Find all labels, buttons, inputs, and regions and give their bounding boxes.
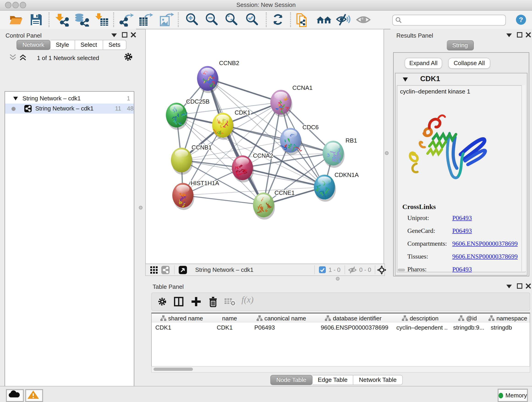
control-panel-tabs: Network Style Select Sets — [17, 40, 127, 50]
column-header-description[interactable]: description — [391, 313, 450, 323]
string-network-graph[interactable]: CCNB2CCNA1CDC25BCDK1CDC6RB1CCNB1CCNA2CDK… — [146, 29, 384, 264]
close-panel-icon[interactable] — [131, 32, 136, 38]
column-header-at-id[interactable]: @id — [449, 313, 487, 323]
column-header-database-identifier[interactable]: database identifier — [315, 313, 392, 323]
tab-network[interactable]: Network — [17, 40, 50, 50]
left-splitter-handle[interactable] — [139, 206, 143, 210]
help-icon[interactable]: ? — [515, 14, 530, 28]
expand-all-button[interactable]: Expand All — [405, 58, 442, 69]
float-window-icon[interactable] — [122, 32, 127, 38]
zoom-out-icon[interactable] — [205, 13, 220, 27]
selected-checkbox-icon[interactable] — [319, 266, 326, 273]
close-panel-icon[interactable] — [526, 283, 531, 289]
warnings-button[interactable] — [25, 389, 43, 402]
grid-view-icon[interactable] — [150, 266, 158, 274]
table-cell-name[interactable]: CDK1 — [217, 323, 246, 332]
vertical-scrollbar-track[interactable] — [521, 85, 526, 271]
float-menu-icon[interactable] — [111, 33, 117, 38]
network-options-gear-icon[interactable] — [124, 52, 133, 61]
tab-style[interactable]: Style — [50, 40, 75, 50]
collection-expander-icon[interactable] — [13, 97, 18, 100]
import-table-from-file-icon[interactable] — [94, 13, 109, 27]
window-minimize-button[interactable] — [12, 2, 19, 8]
right-splitter-handle[interactable] — [385, 151, 389, 155]
network-row[interactable]: String Network – cdk1 11 48 — [5, 104, 134, 114]
bottom-splitter-handle[interactable] — [336, 277, 340, 281]
float-menu-icon[interactable] — [506, 285, 512, 289]
table-cell-database-identifier[interactable]: 9606.ENSP00000378699 — [321, 323, 390, 332]
refresh-icon[interactable] — [271, 13, 286, 27]
network-share-icon[interactable] — [161, 266, 170, 274]
tab-string[interactable]: String — [447, 40, 474, 51]
network-canvas[interactable]: CCNB2CCNA1CDC25BCDK1CDC6RB1CCNB1CCNA2CDK… — [145, 29, 384, 264]
save-session-icon[interactable] — [29, 13, 44, 27]
column-header-namespace[interactable]: namespace — [486, 313, 530, 323]
network-node-CDC6[interactable]: CDC6 — [280, 124, 319, 155]
scrollbar-thumb[interactable] — [153, 368, 193, 371]
float-menu-icon[interactable] — [506, 33, 512, 38]
node-table[interactable]: shared name name canonical name database… — [151, 313, 530, 367]
network-node-RB1[interactable]: RB1 — [323, 137, 357, 168]
tab-network-table[interactable]: Network Table — [354, 375, 403, 385]
crosslink-genecard-link[interactable]: P06493 — [452, 227, 472, 235]
tab-edge-table[interactable]: Edge Table — [312, 375, 354, 385]
network-node-CCNE1[interactable]: CCNE1 — [253, 189, 295, 220]
network-node-CDKN1A[interactable]: CDKN1A — [314, 172, 359, 202]
crosslink-compartments-link[interactable]: 9606.ENSP00000378699 — [452, 240, 518, 248]
network-node-CDK1[interactable]: CDK1 — [212, 109, 250, 140]
crosslink-uniprot-link[interactable]: P06493 — [452, 215, 472, 222]
table-cell-shared-name[interactable]: CDK1 — [155, 323, 210, 332]
hide-selected-eye-slash-icon[interactable] — [336, 13, 351, 27]
gene-expander-icon[interactable] — [403, 77, 408, 82]
import-network-from-file-icon[interactable] — [55, 13, 69, 27]
show-graphics-details-eye-icon[interactable] — [356, 13, 371, 27]
warning-icon — [26, 390, 40, 399]
birdseye-view-icon[interactable] — [179, 266, 187, 274]
zoom-selected-icon[interactable] — [245, 13, 260, 27]
memory-button[interactable]: Memory — [498, 389, 528, 402]
horizontal-scrollbar-thumb[interactable] — [398, 269, 405, 271]
column-header-shared-name[interactable]: shared name — [152, 313, 212, 323]
table-cell-canonical-name[interactable]: P06493 — [254, 323, 314, 332]
float-window-icon[interactable] — [517, 32, 522, 38]
show-columns-icon[interactable] — [174, 297, 184, 307]
hidden-eye-slash-icon — [348, 266, 356, 274]
close-panel-icon[interactable] — [526, 32, 531, 38]
crosslink-pharos-link[interactable]: P06493 — [452, 266, 472, 273]
export-network-icon[interactable] — [119, 13, 133, 27]
open-file-icon[interactable] — [9, 13, 23, 27]
crosslink-tissues-link[interactable]: 9606.ENSP00000378699 — [452, 253, 518, 260]
tab-node-table[interactable]: Node Table — [270, 375, 312, 385]
zoom-in-icon[interactable] — [185, 13, 200, 27]
column-header-canonical-name[interactable]: canonical name — [247, 313, 316, 323]
function-builder-icon[interactable]: f(x) — [241, 295, 254, 305]
create-column-plus-icon[interactable] — [191, 297, 201, 307]
column-header-name[interactable]: name — [212, 313, 248, 323]
tab-select[interactable]: Select — [75, 40, 103, 50]
search-field[interactable] — [392, 15, 506, 26]
delete-table-icon[interactable] — [224, 297, 236, 306]
export-table-icon[interactable] — [138, 13, 152, 27]
network-collection-row[interactable]: String Network – cdk1 1 — [5, 94, 134, 104]
pan-crosshair-icon[interactable] — [377, 265, 386, 274]
table-cell-namespace[interactable]: stringdb — [491, 323, 528, 332]
network-node-CCNB1[interactable]: CCNB1 — [171, 144, 212, 175]
import-network-from-database-icon[interactable] — [73, 13, 88, 27]
network-node-HIST1H1A[interactable]: HIST1H1A — [172, 180, 219, 210]
table-cell-at-id[interactable]: stringdb:9... — [453, 323, 485, 332]
show-all-houses-icon[interactable] — [316, 13, 331, 27]
table-options-gear-icon[interactable] — [158, 297, 167, 306]
window-close-button[interactable] — [5, 2, 12, 8]
tab-sets[interactable]: Sets — [103, 40, 126, 50]
float-window-icon[interactable] — [517, 283, 522, 289]
search-input[interactable] — [404, 16, 504, 25]
zoom-fit-icon[interactable] — [225, 13, 239, 27]
string-protein-query-icon[interactable] — [296, 13, 310, 27]
export-image-icon[interactable] — [158, 13, 173, 27]
table-cell-description[interactable]: cyclin–dependent ... — [396, 323, 448, 332]
delete-column-trash-icon[interactable] — [208, 296, 219, 307]
collapse-all-button[interactable]: Collapse All — [448, 58, 490, 69]
window-zoom-button[interactable] — [20, 2, 26, 8]
table-horizontal-scrollbar[interactable] — [151, 366, 530, 373]
automation-status-button[interactable] — [6, 389, 24, 402]
